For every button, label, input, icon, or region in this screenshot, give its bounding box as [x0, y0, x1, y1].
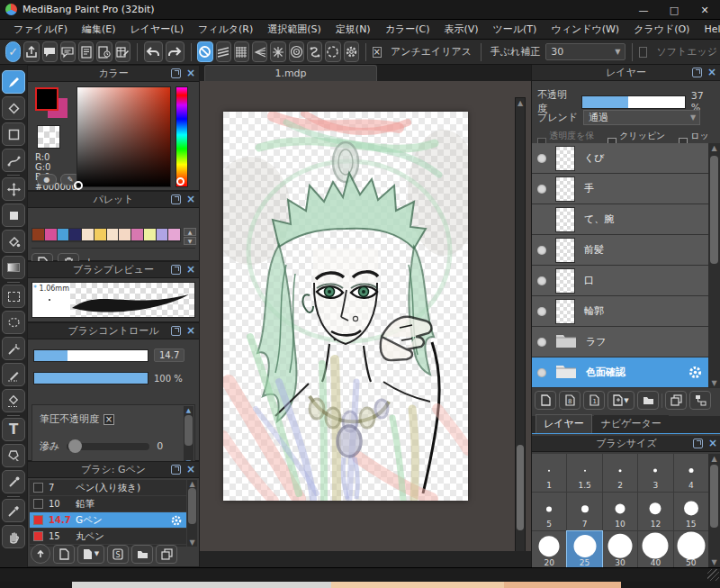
layer-row[interactable]: 口	[532, 266, 708, 296]
popout-icon[interactable]	[692, 68, 702, 77]
scroll-up-icon[interactable]: ▲	[184, 228, 196, 236]
vertical-scroll-handle[interactable]	[517, 445, 524, 530]
new-folder-icon[interactable]	[637, 391, 659, 410]
layer-visibility-icon[interactable]	[537, 338, 546, 347]
scroll-down-icon[interactable]: ▼	[187, 538, 197, 547]
antialias-checkbox[interactable]: ×	[373, 47, 382, 58]
comment-icon[interactable]	[42, 41, 58, 62]
script-brush-icon[interactable]: S	[107, 545, 129, 564]
snap-curve-icon[interactable]	[307, 41, 322, 62]
document-icon[interactable]	[78, 41, 94, 62]
popout-icon[interactable]	[171, 68, 181, 78]
close-icon[interactable]: ×	[707, 66, 716, 78]
redo-icon[interactable]	[166, 41, 184, 62]
scroll-up-icon[interactable]: ▲	[187, 480, 197, 488]
brush-settings-gear-icon[interactable]	[170, 514, 183, 527]
close-icon[interactable]: ×	[186, 324, 195, 337]
polyline-tool-icon[interactable]	[2, 149, 25, 172]
palette-swatch[interactable]	[69, 229, 81, 240]
brush-row[interactable]: 10 鉛筆	[30, 496, 186, 512]
layer-settings-gear-icon[interactable]	[688, 365, 703, 380]
menu-tool[interactable]: ツール(T)	[487, 20, 544, 39]
brush-size-cell[interactable]: 4	[674, 454, 708, 492]
brush-size-scrollbar[interactable]: ▲ ▼	[708, 454, 720, 567]
menu-select[interactable]: 選択範囲(S)	[261, 20, 328, 39]
brush-row[interactable]: 15 丸ペン	[30, 529, 186, 545]
palette-swatch[interactable]	[144, 229, 156, 240]
softedge-checkbox[interactable]	[639, 47, 647, 58]
close-icon[interactable]: ×	[186, 193, 195, 205]
brush-size-cell-selected[interactable]: 25	[567, 531, 601, 569]
resize-grip[interactable]	[707, 569, 719, 581]
undo-icon[interactable]	[144, 41, 163, 62]
brush-size-cell[interactable]: 3	[638, 454, 672, 492]
tab-navigator[interactable]: ナビゲーター	[594, 415, 669, 433]
stick-tool-icon[interactable]	[2, 470, 25, 493]
brush-size-cell[interactable]: 7	[567, 493, 601, 530]
new-1bit-layer-icon[interactable]: 1	[583, 391, 605, 410]
brush-size-cell[interactable]: 20	[532, 531, 566, 569]
layer-visibility-icon[interactable]	[537, 185, 546, 194]
foreground-color-swatch[interactable]	[35, 87, 58, 111]
brush-list-scrollbar[interactable]: ▲ ▼	[187, 480, 197, 547]
menu-ruler[interactable]: 定規(N)	[329, 20, 377, 39]
menu-cloud[interactable]: クラウド(O)	[627, 20, 696, 39]
gradient-tool-icon[interactable]	[2, 256, 25, 279]
select-eraser-tool-icon[interactable]	[2, 389, 25, 412]
popout-icon[interactable]	[171, 465, 181, 475]
maximize-button[interactable]: □	[659, 0, 689, 20]
popout-icon[interactable]	[171, 265, 181, 275]
scroll-up-icon[interactable]: ▲	[184, 407, 194, 414]
brush-size-cell[interactable]: 1	[532, 454, 566, 492]
palette-swatch[interactable]	[32, 229, 44, 240]
duplicate-layer-icon[interactable]	[665, 391, 687, 410]
stabilizer-dropdown[interactable]: 30▼	[545, 43, 626, 60]
layer-row[interactable]: くび	[532, 143, 708, 174]
brush-row[interactable]: 7 ペン(入り抜き)	[30, 480, 186, 496]
brush-size-slider[interactable]	[33, 349, 148, 362]
hand-tool-icon[interactable]	[2, 525, 25, 548]
layer-visibility-icon[interactable]	[537, 276, 546, 285]
brush-size-scroll-handle[interactable]	[710, 465, 718, 528]
brush-options-scrollbar[interactable]: ▲ ▼	[184, 406, 194, 467]
scroll-up-icon[interactable]: ▲	[708, 455, 720, 463]
lasso-tool-icon[interactable]	[2, 311, 25, 334]
canvas-tab[interactable]: 1.mdp	[204, 65, 377, 81]
close-icon[interactable]: ×	[708, 437, 717, 449]
layer-row[interactable]: て、腕	[532, 204, 708, 235]
magic-wand-tool-icon[interactable]	[2, 337, 25, 360]
brush-size-cell[interactable]: 2	[603, 454, 637, 492]
layer-visibility-icon[interactable]	[537, 307, 546, 316]
select-pen-tool-icon[interactable]	[2, 363, 25, 386]
snap-off-icon[interactable]	[197, 41, 212, 62]
brush-size-cell[interactable]: 40	[638, 531, 672, 569]
new-brush-icon[interactable]	[53, 545, 75, 564]
sv-cursor[interactable]	[74, 181, 83, 190]
palette-swatch[interactable]	[45, 229, 57, 240]
brush-size-cell[interactable]: 12	[638, 493, 672, 530]
rect-select-tool-icon[interactable]	[2, 122, 25, 146]
scroll-down-icon[interactable]: ▼	[708, 379, 720, 387]
shape-fill-tool-icon[interactable]	[2, 204, 25, 227]
comment-detail-icon[interactable]	[60, 41, 76, 62]
snap-ellipse-icon[interactable]	[325, 41, 340, 62]
popout-icon[interactable]	[171, 194, 181, 204]
hue-cursor[interactable]	[176, 177, 184, 185]
snap-grid-icon[interactable]	[234, 41, 249, 62]
duplicate-brush-icon[interactable]	[156, 545, 177, 564]
tab-layers[interactable]: レイヤー	[536, 414, 592, 433]
menu-edit[interactable]: 編集(E)	[76, 20, 122, 39]
merge-layer-icon[interactable]	[689, 391, 711, 410]
new-layer-icon[interactable]	[535, 391, 556, 410]
menu-help[interactable]: Help	[698, 21, 720, 38]
canvas-vertical-scrollbar[interactable]: ▲ ▼	[515, 97, 526, 551]
snap-radial-icon[interactable]	[270, 41, 285, 62]
add-layer-menu-icon[interactable]: ▼	[608, 391, 634, 410]
nijimi-knob[interactable]	[68, 439, 82, 453]
cloud-upload-brush-icon[interactable]	[31, 544, 50, 564]
minimize-button[interactable]: —	[628, 0, 659, 20]
palette-swatch[interactable]	[131, 229, 143, 240]
artwork-canvas[interactable]	[223, 112, 468, 501]
snap-vanishing-icon[interactable]	[252, 41, 267, 62]
scroll-down-icon[interactable]: ▼	[184, 237, 196, 245]
